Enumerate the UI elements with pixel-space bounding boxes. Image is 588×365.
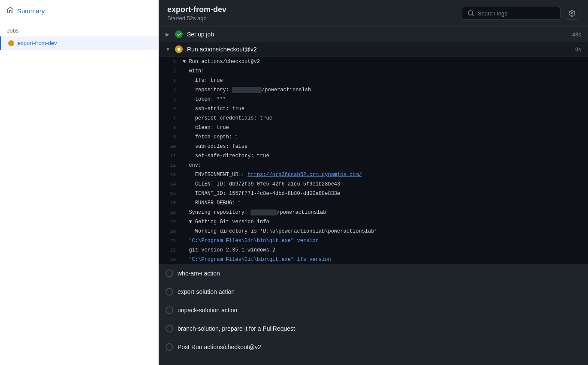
- main-header: export-from-dev Started 52s ago: [159, 0, 588, 27]
- summary-label: Summary: [17, 7, 45, 15]
- log-line: 22 git version 2.35.1.windows.2: [159, 245, 588, 255]
- step-checkout[interactable]: ▼ Run actions/checkout@v2 9s: [159, 42, 588, 57]
- header-actions: [462, 7, 579, 20]
- settings-button[interactable]: [565, 7, 579, 20]
- step-status-running-icon: [175, 45, 183, 53]
- log-line: 10 submodules: false: [159, 142, 588, 151]
- log-line: 4 repository: ████/poweractionslab: [159, 85, 588, 95]
- log-line: 12 env:: [159, 161, 588, 170]
- step-chevron-checkout: ▼: [166, 47, 172, 52]
- step-setup-duration: 43s: [572, 31, 581, 38]
- log-line: 19 ▼ Getting Git version info: [159, 217, 588, 227]
- log-line: 6 ssh-strict: true: [159, 104, 588, 114]
- gear-icon: [569, 10, 576, 17]
- log-line: 20 Working directory is 'D:\a\poweractio…: [159, 227, 588, 236]
- job-title: export-from-dev: [167, 5, 226, 14]
- sidebar-header: Summary: [0, 0, 158, 22]
- log-line: 8 clean: true: [159, 123, 588, 132]
- step-who-am-i-label: who-am-i action: [178, 270, 220, 277]
- sidebar-job-item[interactable]: export-from-dev: [0, 36, 158, 50]
- log-lines: 1▼ Run actions/checkout@v2 2 with: 3 lfs…: [159, 57, 588, 264]
- step-export-solution[interactable]: export-solution action: [159, 283, 588, 301]
- job-title-section: export-from-dev Started 52s ago: [167, 5, 226, 21]
- step-pending-icon: [166, 306, 173, 314]
- step-post-checkout-label: Post Run actions/checkout@v2: [178, 344, 261, 350]
- step-branch-solution-label: branch-solution, prepare it for a PullRe…: [178, 325, 295, 332]
- step-post-checkout[interactable]: Post Run actions/checkout@v2: [159, 338, 588, 356]
- log-container[interactable]: ▶ Set up job 43s ▼ Run actions/checkout@…: [159, 27, 588, 365]
- step-unpack-solution-label: unpack-solution action: [178, 307, 237, 314]
- step-who-am-i[interactable]: who-am-i action: [159, 264, 588, 283]
- step-status-success-icon: [175, 30, 183, 38]
- main-content: export-from-dev Started 52s ago ▶: [159, 0, 588, 365]
- log-line: 16 RUNNER_DEBUG: 1: [159, 198, 588, 208]
- step-pending-icon: [166, 325, 173, 332]
- step-chevron-setup: ▶: [166, 32, 172, 37]
- log-line: 1▼ Run actions/checkout@v2: [159, 57, 588, 66]
- log-line: 14 CLIENT_ID: db972f39-0fe5-42f6-a1c6-5f…: [159, 180, 588, 189]
- step-setup-job[interactable]: ▶ Set up job 43s: [159, 27, 588, 42]
- log-line: 11 set-safe-directory: true: [159, 151, 588, 161]
- sidebar: Summary Jobs export-from-dev: [0, 0, 159, 365]
- search-box[interactable]: [462, 7, 561, 20]
- summary-link[interactable]: Summary: [7, 5, 151, 17]
- svg-point-0: [178, 48, 180, 51]
- step-pending-icon: [166, 269, 173, 277]
- log-line: 21 "C:\Program Files\Git\bin\git.exe" ve…: [159, 236, 588, 245]
- log-line: 23 "C:\Program Files\Git\bin\git.exe" lf…: [159, 255, 588, 264]
- step-unpack-solution[interactable]: unpack-solution action: [159, 301, 588, 320]
- home-icon: [7, 7, 14, 15]
- log-line: 7 persist-credentials: true: [159, 114, 588, 123]
- log-line: 13 ENVIRONMENT_URL: https://org36dcab52.…: [159, 170, 588, 180]
- step-setup-label: Set up job: [187, 31, 572, 38]
- step-checkout-duration: 9s: [575, 46, 581, 53]
- job-name-label: export-from-dev: [18, 40, 57, 46]
- step-checkout-label: Run actions/checkout@v2: [187, 46, 575, 53]
- step-pending-icon: [166, 343, 173, 351]
- log-line: 18 Syncing repository: ████/poweractions…: [159, 208, 588, 217]
- search-icon: [467, 10, 474, 17]
- env-url-link[interactable]: https://org36dcab52.crm.dynamics.com/: [247, 172, 362, 178]
- log-line: 3 lfs: true: [159, 76, 588, 85]
- step-branch-solution[interactable]: branch-solution, prepare it for a PullRe…: [159, 320, 588, 338]
- step-export-solution-label: export-solution action: [178, 288, 235, 295]
- job-subtitle: Started 52s ago: [167, 15, 226, 21]
- log-line: 5 token: ***: [159, 95, 588, 104]
- log-line: 2 with:: [159, 66, 588, 76]
- log-line: 15 TENANT_ID: 1557f771-4c8e-4dbd-8b80-dd…: [159, 189, 588, 198]
- search-input[interactable]: [478, 10, 555, 17]
- step-pending-icon: [166, 288, 173, 296]
- jobs-section-label: Jobs: [0, 22, 158, 36]
- job-status-running-icon: [8, 40, 14, 46]
- log-line: 9 fetch-depth: 1: [159, 132, 588, 142]
